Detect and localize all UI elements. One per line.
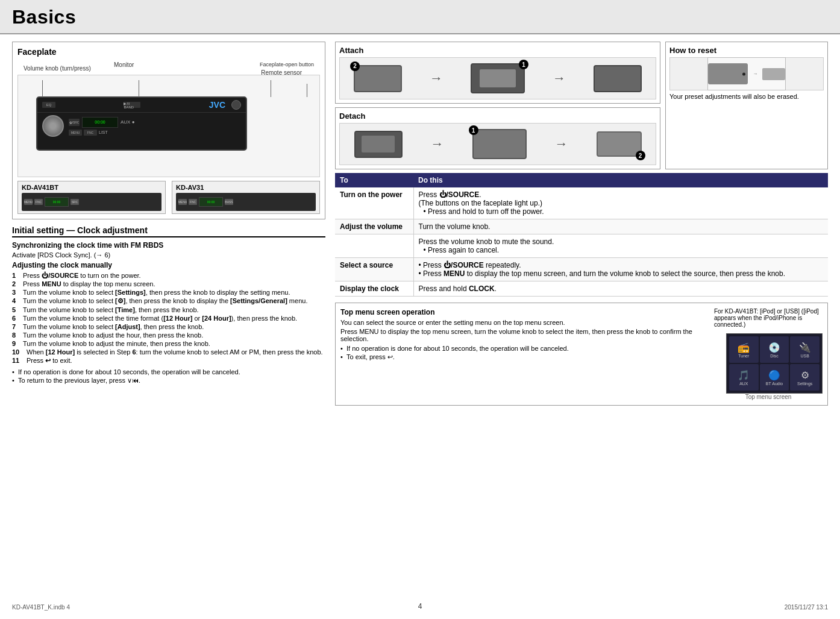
detach-section: Detach → 1 → [335,107,660,169]
step-3: 3Turn the volume knob to select [Setting… [12,288,325,297]
col-do-header: Do this [413,173,828,187]
for-kd-note: For KD-AV41BT: [iPod] or [USB] ([iPod] a… [714,308,823,328]
attach-device2: 1 [471,63,525,93]
settings-icon [801,369,809,381]
left-panel: Faceplate Volume knob (turn/press) Monit… [12,42,325,610]
disc-icon [768,342,780,353]
usb-icon [799,342,811,353]
page-title: Basics [12,6,828,28]
main-content: Faceplate Volume knob (turn/press) Monit… [0,34,840,617]
label-monitor: Monitor [114,61,134,68]
attach-detach-area: Attach 2 → 1 [335,42,660,169]
menu-icon-aux: AUX [729,364,759,391]
variant1-label: KD-AV41BT [22,184,161,191]
tuner-icon [738,342,750,353]
variant2-label: KD-AV31 [176,184,316,191]
top-menu-text-area: Top menu screen operation You can select… [340,308,708,400]
step-2: 2Press MENU to display the top menu scre… [12,280,325,288]
top-menu-title: Top menu screen operation [340,308,708,316]
variant1-box: KD-AV41BT MENU FNC 00:00 SRC [17,181,166,214]
top-menu-desc1: You can select the source or enter the s… [340,319,708,326]
variant2-device: MENU FNC 00:00 BASS [176,193,316,211]
detach-device1 [354,131,403,158]
attach-arrow2: → [553,71,566,86]
bullet-list: If no operation is done for about 10 sec… [12,368,325,385]
v1-fnc-btn: FNC [34,199,43,205]
reset-diagram: → [669,57,824,90]
faceplate-section: Faceplate Volume knob (turn/press) Monit… [12,42,325,219]
attach-arrow: → [430,71,443,86]
detach-device3: 2 [597,131,642,157]
footer-left: KD-AV41BT_K.indb 4 [12,604,70,611]
v1-src-btn: SRC [71,199,79,205]
manual-title: Adjusting the clock manually [12,261,325,269]
step-1: 1Press ⏻/SOURCE to turn on the power. [12,271,325,280]
v2-bass-btn: BASS [225,199,233,205]
right-top-row: Attach 2 → 1 [335,42,828,169]
top-menu-box: Top menu screen operation You can select… [335,303,828,406]
v2-menu-btn: MENU [178,199,187,205]
menu-icon-tuner: Tuner [729,336,759,363]
sync-desc: Activate [RDS Clock Sync]. (→ 6) [12,251,325,259]
detach-circle-1: 1 [469,125,478,135]
bullet-1: If no operation is done for about 10 sec… [12,368,325,376]
attach-device1: 2 [354,65,402,92]
top-menu-screen: Tuner Disc USB [726,333,823,394]
row4-do: • Press ⏻/SOURCE repeatedly. • Press MEN… [413,258,828,281]
attach-label: Attach [339,46,656,55]
detach-label: Detach [339,112,656,121]
row5-to: Display the clock [335,281,413,297]
label-volume: Volume knob (turn/press) [24,65,91,72]
page-number: 4 [418,602,422,611]
variant1-device: MENU FNC 00:00 SRC [22,193,161,211]
menu-icon-bt: BT Audio [760,364,789,391]
bt-icon [768,369,780,381]
label-faceplate-btn: Faceplate-open button [260,61,314,68]
attach-diagram: 2 → 1 → [339,57,656,99]
attach-circle-1: 1 [519,60,528,69]
table-row: Display the clock Press and hold CLOCK. [335,281,828,297]
step-10: 10When [12 Hour] is selected in Step 6: … [12,348,325,356]
detach-device2: 1 [472,129,527,159]
top-menu-screen-area: For KD-AV41BT: [iPod] or [USB] ([iPod] a… [714,308,823,400]
step-11: 11Press ↩ to exit. [12,356,325,365]
v1-screen: 00:00 [45,197,69,207]
footer-right: 2015/11/27 13:1 [785,604,828,611]
top-menu-bullets: If no operation is done for about 10 sec… [340,344,708,362]
step-9: 9Turn the volume knob to adjust the minu… [12,339,325,348]
v2-fnc-btn: FNC [189,199,197,205]
screen-label: Top menu screen [714,394,823,400]
row4-to: Select a source [335,258,413,281]
menu-icon-disc: Disc [760,336,789,363]
faceplate-title: Faceplate [17,47,320,57]
attach-circle-2: 2 [350,61,360,71]
detach-arrow1: → [431,136,444,152]
row3-do: Press the volume knob to mute the sound.… [413,234,828,258]
row1-to: Turn on the power [335,187,413,219]
faceplate-diagram: EQ ▶/II BAND JVC ⏻/SRC [17,75,320,177]
aux-icon [738,369,750,381]
sync-title: Synchronizing the clock time with FM RBD… [12,241,325,250]
detach-diagram: → 1 → 2 [339,123,656,165]
table-row: Press the volume knob to mute the sound.… [335,234,828,258]
top-menu-bullet2: To exit, press ↩. [340,353,708,362]
setting-title: Initial setting — Clock adjustment [12,225,325,237]
table-row: Turn on the power Press ⏻/SOURCE. (The b… [335,187,828,219]
step-7: 7Turn the volume knob to select [Adjust]… [12,322,325,331]
detach-circle-2: 2 [636,151,645,160]
top-menu-bullet1: If no operation is done for about 10 sec… [340,344,708,353]
menu-icon-usb: USB [790,336,820,363]
table-header-row: To Do this [335,173,828,187]
step-4: 4Turn the volume knob to select [⚙], the… [12,297,325,306]
table-row: Select a source • Press ⏻/SOURCE repeate… [335,258,828,281]
bullet-2: To return to the previous layer, press ∨… [12,376,325,385]
row2-to: Adjust the volume [335,219,413,234]
row1-do: Press ⏻/SOURCE. (The buttons on the face… [413,187,828,219]
reset-description: Your preset adjustments will also be era… [669,93,824,100]
step-6: 6Turn the volume knob to select the time… [12,314,325,322]
menu-icon-settings: Settings [790,364,820,391]
step-5: 5Turn the volume knob to select [Time], … [12,306,325,314]
step-8: 8Turn the volume knob to adjust the hour… [12,331,325,339]
col-to-header: To [335,173,413,187]
row3-to [335,234,413,258]
